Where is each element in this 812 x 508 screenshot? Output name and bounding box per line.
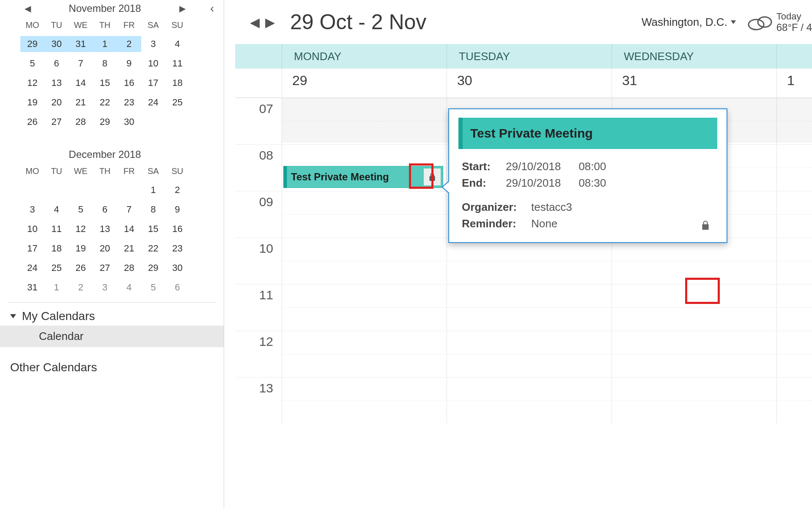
time-slot[interactable]: [776, 168, 812, 191]
calendar-item-default[interactable]: Calendar: [0, 326, 224, 347]
mini-calendar-day[interactable]: 16: [165, 221, 189, 237]
mini-calendar-day[interactable]: 17: [141, 75, 165, 91]
time-slot[interactable]: [612, 284, 776, 307]
prev-month-icon[interactable]: ◀: [22, 3, 33, 14]
mini-calendar-day[interactable]: 22: [93, 94, 117, 110]
sidebar-collapse-icon[interactable]: ‹: [210, 2, 214, 15]
mini-calendar-day[interactable]: 13: [44, 75, 69, 91]
time-slot[interactable]: [282, 214, 447, 237]
time-slot[interactable]: [282, 400, 447, 424]
event-private-meeting[interactable]: Test Private Meeting: [283, 166, 443, 188]
mini-calendar-day[interactable]: 30: [44, 36, 69, 52]
time-slot[interactable]: [282, 284, 447, 307]
time-slot[interactable]: [776, 237, 812, 261]
mini-calendar-day[interactable]: 26: [20, 114, 44, 130]
mini-calendar-day[interactable]: 6: [165, 279, 189, 295]
mini-calendar-day[interactable]: 10: [141, 55, 165, 72]
mini-calendar-day[interactable]: 6: [44, 55, 69, 72]
time-slot[interactable]: [282, 307, 447, 331]
time-slot[interactable]: [612, 354, 776, 377]
next-month-icon[interactable]: ▶: [177, 3, 188, 14]
mini-calendar-day[interactable]: 10: [20, 221, 44, 237]
mini-calendar-day[interactable]: 3: [141, 36, 165, 52]
mini-calendar-day[interactable]: 31: [69, 36, 93, 52]
mini-calendar-day[interactable]: 18: [165, 75, 189, 91]
mini-calendar-day[interactable]: 22: [141, 240, 165, 257]
mini-calendar-day[interactable]: 9: [117, 55, 141, 72]
time-slot[interactable]: [447, 354, 612, 377]
time-slot[interactable]: [447, 307, 612, 331]
mini-calendar-day[interactable]: 24: [141, 94, 165, 110]
time-slot[interactable]: [776, 144, 812, 168]
mini-calendar-day[interactable]: 13: [93, 221, 117, 237]
group-my-calendars[interactable]: My Calendars: [0, 307, 224, 326]
time-slot[interactable]: [282, 377, 447, 400]
mini-calendar-day[interactable]: 4: [165, 36, 189, 52]
time-slot[interactable]: [282, 121, 447, 144]
time-slot[interactable]: [776, 307, 812, 331]
mini-calendar-day[interactable]: 2: [69, 279, 93, 295]
mini-calendar-day[interactable]: 4: [117, 279, 141, 295]
time-slot[interactable]: [282, 191, 447, 214]
date-cell[interactable]: 29: [282, 69, 447, 97]
time-slot[interactable]: [282, 331, 447, 354]
mini-calendar-day[interactable]: 15: [93, 75, 117, 91]
time-slot[interactable]: [447, 331, 612, 354]
mini-calendar-day[interactable]: 1: [44, 279, 69, 295]
mini-calendar-day[interactable]: 5: [20, 55, 44, 72]
time-slot[interactable]: [776, 331, 812, 354]
prev-week-icon[interactable]: ◀: [247, 15, 262, 30]
mini-calendar-day[interactable]: 18: [44, 240, 69, 257]
mini-calendar-day[interactable]: 28: [69, 114, 93, 130]
time-slot[interactable]: [776, 98, 812, 121]
mini-calendar-day[interactable]: 9: [165, 202, 189, 218]
time-slot[interactable]: [282, 144, 447, 168]
mini-calendar-day[interactable]: 20: [44, 94, 69, 110]
time-slot[interactable]: [776, 191, 812, 214]
mini-calendar-day[interactable]: 5: [69, 202, 93, 218]
mini-calendar-day[interactable]: 12: [69, 221, 93, 237]
time-slot[interactable]: [776, 354, 812, 377]
mini-calendar-day[interactable]: 3: [20, 202, 44, 218]
mini-calendar-day[interactable]: 16: [117, 75, 141, 91]
time-slot[interactable]: [776, 284, 812, 307]
time-slot[interactable]: [612, 307, 776, 331]
time-slot[interactable]: [282, 354, 447, 377]
mini-calendar-day[interactable]: 19: [20, 94, 44, 110]
mini-calendar-day[interactable]: 29: [20, 36, 44, 52]
mini-calendar-day[interactable]: 8: [141, 202, 165, 218]
mini-calendar-day[interactable]: 26: [69, 260, 93, 276]
mini-calendar-day[interactable]: 27: [44, 114, 69, 130]
mini-calendar-day[interactable]: 28: [117, 260, 141, 276]
mini-calendar-day[interactable]: 24: [20, 260, 44, 276]
time-slot[interactable]: [612, 261, 776, 284]
mini-calendar-day[interactable]: 14: [69, 75, 93, 91]
mini-calendar-day[interactable]: 20: [93, 240, 117, 257]
mini-calendar-day[interactable]: 27: [93, 260, 117, 276]
weather-location-picker[interactable]: Washington, D.C.: [642, 16, 736, 29]
mini-calendar-day[interactable]: 23: [117, 94, 141, 110]
date-cell[interactable]: 30: [447, 69, 612, 97]
time-slot[interactable]: [282, 237, 447, 261]
group-other-calendars[interactable]: Other Calendars: [0, 358, 224, 377]
mini-calendar-day[interactable]: 15: [141, 221, 165, 237]
time-slot[interactable]: [447, 284, 612, 307]
date-cell[interactable]: 31: [612, 69, 776, 97]
time-slot[interactable]: [447, 377, 612, 400]
mini-calendar-day[interactable]: 1: [141, 182, 165, 198]
mini-calendar-day[interactable]: 4: [44, 202, 69, 218]
mini-calendar-day[interactable]: 14: [117, 221, 141, 237]
mini-calendar-day[interactable]: 21: [117, 240, 141, 257]
time-slot[interactable]: [776, 261, 812, 284]
time-slot[interactable]: [776, 377, 812, 400]
time-slot[interactable]: [447, 261, 612, 284]
time-slot[interactable]: [282, 98, 447, 121]
mini-calendar-day[interactable]: 11: [165, 55, 189, 72]
mini-calendar-day[interactable]: 23: [165, 240, 189, 257]
mini-calendar-day[interactable]: 2: [117, 36, 141, 52]
date-cell[interactable]: 1: [776, 69, 812, 97]
mini-calendar-day[interactable]: 5: [141, 279, 165, 295]
mini-calendar-day[interactable]: 30: [165, 260, 189, 276]
mini-calendar-day[interactable]: 25: [44, 260, 69, 276]
mini-calendar-day[interactable]: 21: [69, 94, 93, 110]
